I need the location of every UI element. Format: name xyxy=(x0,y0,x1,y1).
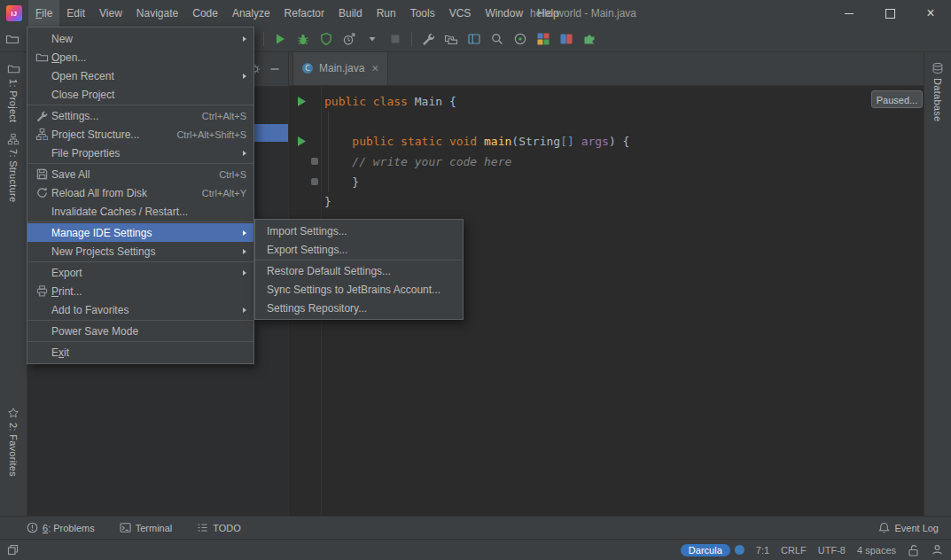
class-icon: C xyxy=(301,62,314,74)
code-line-5: } xyxy=(288,172,924,192)
close-tab-icon[interactable]: × xyxy=(371,62,378,74)
menubar-item-navigate[interactable]: Navigate xyxy=(129,0,185,27)
intellij-logo: IJ xyxy=(6,5,22,21)
menubar-item-file[interactable]: File xyxy=(28,0,59,27)
profiler-icon[interactable] xyxy=(342,32,356,46)
file-encoding[interactable]: UTF-8 xyxy=(818,545,846,556)
caret-position[interactable]: 7:1 xyxy=(756,545,769,556)
coverage-icon[interactable] xyxy=(319,32,333,46)
menu-item-open-recent[interactable]: Open Recent xyxy=(27,66,253,85)
toolwindow-button-label: TODO xyxy=(213,523,241,533)
tool-button-7-structure[interactable]: 7: Structure xyxy=(7,133,19,202)
menu-item-new-projects-settings[interactable]: New Projects Settings xyxy=(27,242,253,261)
menu-item-label: New xyxy=(51,33,73,45)
menu-item-import-settings[interactable]: Import Settings... xyxy=(255,222,463,240)
open-project-icon[interactable] xyxy=(5,32,19,46)
unlock-icon[interactable] xyxy=(908,544,920,556)
menu-item-power-save-mode[interactable]: Power Save Mode xyxy=(27,322,253,340)
toolwindow-button-todo[interactable]: TODO xyxy=(197,522,241,533)
menu-item-settings-repository[interactable]: Settings Repository... xyxy=(255,299,463,317)
tool-button-2-favorites[interactable]: 2: Favorites xyxy=(7,407,19,477)
theme-badge[interactable]: Darcula xyxy=(681,544,730,556)
debug-icon[interactable] xyxy=(296,32,310,46)
menubar-item-run[interactable]: Run xyxy=(370,0,403,27)
code-text: public class Main { xyxy=(321,95,456,108)
menubar-item-refactor[interactable]: Refactor xyxy=(277,0,331,27)
menu-item-save-all[interactable]: Save AllCtrl+S xyxy=(27,165,253,183)
line-separator[interactable]: CRLF xyxy=(781,545,807,556)
menu-item-settings[interactable]: Settings...Ctrl+Alt+S xyxy=(27,106,253,125)
menubar-item-edit[interactable]: Edit xyxy=(59,0,92,27)
maximize-button[interactable] xyxy=(869,0,910,27)
restore-windows-icon[interactable] xyxy=(7,544,19,556)
wrench-icon[interactable] xyxy=(421,32,435,46)
toolwindow-button-terminal[interactable]: Terminal xyxy=(120,522,173,533)
menu-item-exit[interactable]: Exit xyxy=(27,343,253,362)
theme-dot-icon[interactable] xyxy=(735,545,744,555)
menubar: FileEditViewNavigateCodeAnalyzeRefactorB… xyxy=(28,0,566,27)
menu-separator xyxy=(27,320,253,321)
indent-style[interactable]: 4 spaces xyxy=(857,545,896,556)
tool-button-label: 1: Project xyxy=(8,79,19,122)
menu-item-open[interactable]: Open... xyxy=(27,48,253,66)
close-button[interactable]: × xyxy=(910,0,951,27)
folders-icon[interactable] xyxy=(444,32,458,46)
paused-button[interactable]: Paused... xyxy=(871,90,923,108)
toolwindow-right: Event Log xyxy=(878,522,939,533)
gutter xyxy=(288,191,321,212)
printer-icon xyxy=(32,284,51,298)
run-icon[interactable] xyxy=(273,32,287,46)
menubar-item-view[interactable]: View xyxy=(92,0,129,27)
hector-icon[interactable] xyxy=(932,544,944,556)
toolbar-separator xyxy=(411,32,412,46)
menubar-item-window[interactable]: Window xyxy=(478,0,530,27)
hide-panel-icon[interactable] xyxy=(269,63,281,75)
plugin-c-icon[interactable] xyxy=(582,32,596,46)
menubar-item-tools[interactable]: Tools xyxy=(403,0,442,27)
menu-item-project-structure[interactable]: Project Structure...Ctrl+Alt+Shift+S xyxy=(27,125,253,144)
menu-item-invalidate-caches-restart[interactable]: Invalidate Caches / Restart... xyxy=(27,202,253,221)
tool-button-database[interactable]: Database xyxy=(932,62,944,122)
plugin-b-icon[interactable] xyxy=(559,32,573,46)
settings-submenu: Import Settings...Export Settings...Rest… xyxy=(254,219,464,320)
menu-item-add-to-favorites[interactable]: Add to Favorites xyxy=(27,300,253,319)
menu-item-file-properties[interactable]: File Properties xyxy=(27,144,253,162)
title-bar: IJ FileEditViewNavigateCodeAnalyzeRefact… xyxy=(0,0,951,27)
menu-item-label: Restore Default Settings... xyxy=(267,265,391,277)
chevron-down-icon[interactable] xyxy=(365,32,379,46)
menu-item-export[interactable]: Export xyxy=(27,263,253,282)
menu-item-manage-ide-settings[interactable]: Manage IDE Settings xyxy=(27,223,253,242)
toolwindow-button-event-log[interactable]: Event Log xyxy=(878,522,939,533)
folder-open-icon xyxy=(32,51,51,64)
minimize-button[interactable] xyxy=(829,0,869,27)
search-everywhere-icon[interactable] xyxy=(490,32,504,46)
menu-item-restore-default-settings[interactable]: Restore Default Settings... xyxy=(255,261,463,280)
tab-main-java[interactable]: C Main.java × xyxy=(292,51,388,85)
toolbar-main xyxy=(263,27,596,51)
menu-item-label: Close Project xyxy=(51,89,114,101)
run-gutter-icon[interactable] xyxy=(288,91,321,112)
toolwindow-button-6-problems[interactable]: 6: Problems xyxy=(27,522,95,533)
menubar-item-vcs[interactable]: VCS xyxy=(442,0,479,27)
menu-item-reload-all-from-disk[interactable]: Reload All from DiskCtrl+Alt+Y xyxy=(27,183,253,202)
layout-icon[interactable] xyxy=(467,32,481,46)
menubar-item-build[interactable]: Build xyxy=(331,0,370,27)
menu-item-print[interactable]: Print... xyxy=(27,282,253,300)
menu-item-close-project[interactable]: Close Project xyxy=(27,85,253,104)
code-line-4: // write your code here xyxy=(288,152,924,172)
tool-button-1-project[interactable]: 1: Project xyxy=(7,62,20,122)
stop-icon[interactable] xyxy=(388,32,402,46)
run-anything-icon[interactable] xyxy=(513,32,527,46)
run-gutter-icon[interactable] xyxy=(288,131,321,152)
menu-item-sync-settings-to-jetbrains-account[interactable]: Sync Settings to JetBrains Account... xyxy=(255,280,463,299)
menu-separator xyxy=(27,261,253,262)
menubar-item-analyze[interactable]: Analyze xyxy=(225,0,277,27)
plugin-a-icon[interactable] xyxy=(536,32,550,46)
problems-icon xyxy=(27,522,38,533)
menu-item-shortcut: Ctrl+S xyxy=(208,169,246,180)
menu-item-new[interactable]: New xyxy=(27,29,253,48)
left-strip-top: 1: Project7: Structure xyxy=(0,51,27,203)
menu-item-export-settings[interactable]: Export Settings... xyxy=(255,240,463,259)
maximize-icon xyxy=(885,9,895,19)
menubar-item-code[interactable]: Code xyxy=(185,0,225,27)
